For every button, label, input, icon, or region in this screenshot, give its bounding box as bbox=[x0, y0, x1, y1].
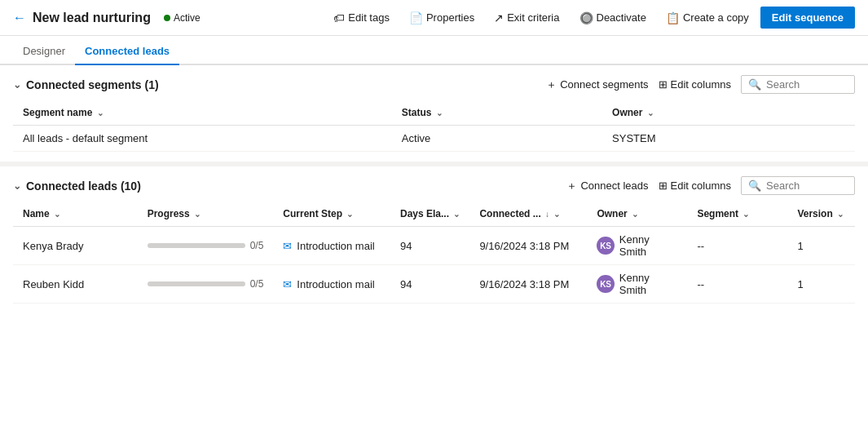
segments-section-title: ⌄ Connected segments (1) bbox=[13, 78, 159, 91]
leads-table-wrap: Name ⌄ Progress ⌄ Current Step ⌄ Days El… bbox=[13, 202, 855, 304]
leads-header-row: Name ⌄ Progress ⌄ Current Step ⌄ Days El… bbox=[13, 202, 855, 227]
avatar: KS bbox=[597, 237, 614, 255]
segments-table-head: Segment name ⌄ Status ⌄ Owner ⌄ bbox=[13, 100, 855, 126]
progress-cell: 0/5 bbox=[138, 265, 274, 304]
leads-section: ⌄ Connected leads (10) ＋ Connect leads ⊞… bbox=[0, 166, 868, 304]
properties-icon: 📄 bbox=[409, 11, 423, 24]
segments-header-row: Segment name ⌄ Status ⌄ Owner ⌄ bbox=[13, 100, 855, 126]
days-elapsed-cell: 94 bbox=[390, 227, 469, 265]
create-copy-button[interactable]: 📋 Create a copy bbox=[658, 8, 757, 28]
connected-date-cell: 9/16/2024 3:18 PM bbox=[469, 265, 587, 304]
lead-name-sort-icon[interactable]: ⌄ bbox=[54, 210, 60, 219]
leads-search-input[interactable] bbox=[766, 179, 848, 192]
col-progress: Progress ⌄ bbox=[138, 202, 274, 227]
segment-owner-cell: SYSTEM bbox=[602, 126, 855, 152]
progress-label: 0/5 bbox=[250, 240, 264, 251]
edit-sequence-button[interactable]: Edit sequence bbox=[760, 7, 855, 29]
back-button[interactable]: ← bbox=[13, 11, 26, 25]
status-label: Active bbox=[174, 12, 200, 24]
mail-icon: ✉ bbox=[283, 278, 292, 290]
exit-criteria-button[interactable]: ↗ Exit criteria bbox=[486, 8, 567, 28]
col-version: Version ⌄ bbox=[787, 202, 855, 227]
segments-section-header: ⌄ Connected segments (1) ＋ Connect segme… bbox=[13, 75, 855, 94]
segments-table-body: All leads - default segment Active SYSTE… bbox=[13, 126, 855, 152]
segments-table-wrap: Segment name ⌄ Status ⌄ Owner ⌄ All lead… bbox=[13, 100, 855, 152]
columns-leads-icon: ⊞ bbox=[659, 179, 668, 192]
lead-name-cell: Reuben Kidd bbox=[13, 265, 138, 304]
owner-name: Kenny Smith bbox=[619, 233, 678, 258]
segment-status-cell: Active bbox=[392, 126, 602, 152]
step-cell: ✉ Introduction mail bbox=[283, 240, 381, 252]
owner-cell-wrap: KS Kenny Smith bbox=[597, 233, 677, 258]
connected-filter-icon[interactable]: ⌄ bbox=[553, 210, 560, 219]
col-status: Status ⌄ bbox=[392, 100, 602, 126]
segment-name-sort-icon[interactable]: ⌄ bbox=[97, 109, 104, 117]
days-sort-icon[interactable]: ⌄ bbox=[453, 210, 460, 219]
leads-section-title: ⌄ Connected leads (10) bbox=[13, 179, 141, 193]
segments-chevron-icon[interactable]: ⌄ bbox=[13, 79, 21, 91]
top-bar: ← New lead nurturing Active 🏷 Edit tags … bbox=[0, 0, 868, 36]
col-lead-owner: Owner ⌄ bbox=[587, 202, 687, 227]
segment-leads-sort-icon[interactable]: ⌄ bbox=[742, 210, 749, 219]
col-segment-name: Segment name ⌄ bbox=[13, 100, 392, 126]
connected-sort-icon[interactable]: ↓ bbox=[545, 210, 549, 219]
status-dot bbox=[164, 15, 170, 21]
segments-section-actions: ＋ Connect segments ⊞ Edit columns 🔍 bbox=[546, 75, 855, 94]
status-sort-icon[interactable]: ⌄ bbox=[436, 109, 443, 117]
col-connected-date: Connected ... ↓ ⌄ bbox=[469, 202, 587, 227]
version-cell: 1 bbox=[787, 227, 855, 265]
progress-bar bbox=[148, 243, 245, 248]
tabs: Designer Connected leads bbox=[0, 36, 868, 65]
avatar: KS bbox=[597, 275, 614, 293]
col-owner: Owner ⌄ bbox=[602, 100, 855, 126]
edit-tags-button[interactable]: 🏷 Edit tags bbox=[325, 8, 398, 28]
segment-cell: -- bbox=[687, 227, 787, 265]
segments-section: ⌄ Connected segments (1) ＋ Connect segme… bbox=[0, 65, 868, 152]
exit-criteria-icon: ↗ bbox=[494, 11, 504, 24]
tab-connected-leads[interactable]: Connected leads bbox=[75, 38, 179, 65]
table-row: Reuben Kidd 0/5 ✉ Introduction mail 94 9… bbox=[13, 265, 855, 304]
create-copy-icon: 📋 bbox=[666, 11, 680, 24]
progress-bar-wrap: 0/5 bbox=[148, 240, 264, 251]
progress-sort-icon[interactable]: ⌄ bbox=[194, 210, 200, 219]
owner-sort-icon[interactable]: ⌄ bbox=[647, 109, 654, 117]
col-segment: Segment ⌄ bbox=[687, 202, 787, 227]
edit-columns-leads-button[interactable]: ⊞ Edit columns bbox=[659, 179, 731, 192]
leads-chevron-icon[interactable]: ⌄ bbox=[13, 180, 21, 192]
step-cell: ✉ Introduction mail bbox=[283, 278, 381, 290]
version-sort-icon[interactable]: ⌄ bbox=[837, 210, 844, 219]
current-step-cell: ✉ Introduction mail bbox=[273, 265, 390, 304]
connect-segments-button[interactable]: ＋ Connect segments bbox=[546, 78, 648, 92]
deactivate-button[interactable]: 🔘 Deactivate bbox=[571, 8, 654, 28]
progress-bar bbox=[148, 281, 245, 286]
owner-leads-sort-icon[interactable]: ⌄ bbox=[632, 210, 638, 219]
status-badge: Active bbox=[164, 12, 200, 24]
leads-table-head: Name ⌄ Progress ⌄ Current Step ⌄ Days El… bbox=[13, 202, 855, 227]
leads-search-box: 🔍 bbox=[741, 176, 855, 195]
segment-cell: -- bbox=[687, 265, 787, 304]
page-title: New lead nurturing bbox=[33, 11, 151, 25]
plus-leads-icon: ＋ bbox=[566, 179, 577, 193]
segments-search-box: 🔍 bbox=[741, 75, 855, 94]
leads-section-actions: ＋ Connect leads ⊞ Edit columns 🔍 bbox=[566, 176, 855, 195]
segments-search-input[interactable] bbox=[766, 78, 848, 91]
columns-icon: ⊞ bbox=[659, 78, 668, 91]
current-step-sort-icon[interactable]: ⌄ bbox=[346, 210, 353, 219]
top-actions: 🏷 Edit tags 📄 Properties ↗ Exit criteria… bbox=[325, 7, 855, 29]
current-step-cell: ✉ Introduction mail bbox=[273, 227, 390, 265]
edit-tags-icon: 🏷 bbox=[333, 11, 345, 24]
connected-date-cell: 9/16/2024 3:18 PM bbox=[469, 227, 587, 265]
connect-leads-button[interactable]: ＋ Connect leads bbox=[566, 179, 648, 193]
owner-name: Kenny Smith bbox=[619, 272, 678, 296]
progress-bar-wrap: 0/5 bbox=[148, 278, 264, 290]
leads-section-header: ⌄ Connected leads (10) ＋ Connect leads ⊞… bbox=[13, 176, 855, 195]
progress-cell: 0/5 bbox=[138, 227, 274, 265]
col-current-step: Current Step ⌄ bbox=[273, 202, 390, 227]
tab-designer[interactable]: Designer bbox=[13, 38, 75, 65]
table-row: All leads - default segment Active SYSTE… bbox=[13, 126, 855, 152]
leads-table-body: Kenya Brady 0/5 ✉ Introduction mail 94 9… bbox=[13, 227, 855, 304]
properties-button[interactable]: 📄 Properties bbox=[401, 8, 482, 28]
step-label: Introduction mail bbox=[297, 240, 374, 252]
edit-columns-segments-button[interactable]: ⊞ Edit columns bbox=[659, 78, 731, 91]
leads-search-icon: 🔍 bbox=[748, 179, 761, 192]
